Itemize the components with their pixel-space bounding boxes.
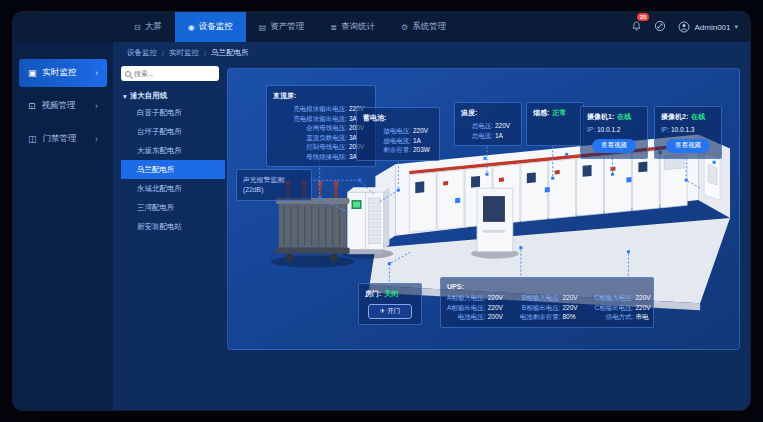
nav-tab-query-stats[interactable]: ≣ 查询统计 [317,12,388,42]
gear-icon: ⚙ [401,23,408,32]
fullscreen-button[interactable] [654,18,666,36]
username: Admin001 [694,23,730,32]
status-badge: 关闭 [384,289,398,299]
front-cabinet [471,188,519,258]
top-navbar: ⊟ 大屏 ◉ 设备监控 ▤ 资产管理 ≣ 查询统计 ⚙ 系统管理 25 [13,12,750,42]
panel-title: 直流屏: [273,91,369,101]
nav-tab-label: 设备监控 [199,21,233,33]
panel-title: UPS: [447,283,647,290]
panel-title: 摄像机2: [661,112,688,122]
panel-title: 房门: [365,289,381,299]
nav-tab-label: 系统管理 [412,21,446,33]
notification-badge: 25 [637,13,649,21]
station-tree-panel: ▾ 浦大自用线 白音子配电所 台坪子配电所 大坂东配电所 乌兰配电所 永城北配电… [113,64,225,410]
nav-tab-label: 查询统计 [341,21,375,33]
sidebar-item-label: 门禁管理 [43,133,77,145]
panel-title: 温度: [461,108,515,118]
open-door-button[interactable]: ✈ 开门 [368,304,412,319]
status-badge: 正常 [552,108,566,118]
asset-icon: ▤ [259,23,267,32]
breadcrumb-separator: / [204,49,206,58]
panel-smoke-sensor: 烟感: 正常 [526,102,584,146]
panel-temperature: 温度: 总电压:220V 总电流:1A [454,102,522,146]
bell-icon [631,21,642,32]
sidebar-item-label: 视频管理 [42,100,76,112]
door-open-icon: ✈ [380,307,385,314]
user-menu[interactable]: Admin001 ▾ [678,21,738,33]
nav-tab-bigscreen[interactable]: ⊟ 大屏 [121,12,175,42]
view-video-button[interactable]: 查看视频 [592,139,636,153]
status-badge: 在线 [617,112,631,122]
panel-camera-2: 摄像机2: 在线 IP:10.0.1.3 查看视频 [654,106,722,159]
panel-sound-light-alarm: 声光报警监测: (22dB) [236,169,312,201]
tree-item-substation-selected[interactable]: 乌兰配电所 [121,160,225,179]
screen-icon: ⊟ [134,23,141,32]
nav-tab-device-monitor[interactable]: ◉ 设备监控 [175,12,246,42]
alarm-value: (22dB) [243,185,305,195]
tree-item-substation[interactable]: 永城北配电所 [121,179,225,198]
tree-group-feeder-line[interactable]: ▾ 浦大自用线 [123,91,219,101]
panel-title: 摄像机1: [587,112,614,122]
avatar [678,21,690,33]
nav-tab-assets[interactable]: ▤ 资产管理 [246,12,318,42]
panel-title: 烟感: [533,108,549,118]
sidebar-item-realtime-monitor[interactable]: ▣ 实时监控 › [19,59,107,87]
breadcrumb-separator: / [162,49,164,58]
chevron-right-icon: › [95,68,98,78]
tree-item-substation[interactable]: 白音子配电所 [121,103,225,122]
chevron-right-icon: › [95,134,98,144]
chevron-right-icon: › [95,101,98,111]
breadcrumb-item[interactable]: 实时监控 [169,48,199,58]
video-icon: ⊡ [28,101,36,111]
nav-tab-label: 大屏 [145,21,162,33]
fullscreen-icon [654,20,666,32]
sidebar-item-video-management[interactable]: ⊡ 视频管理 › [19,92,107,120]
monitor-icon: ◉ [188,23,195,32]
chevron-down-icon: ▾ [734,23,738,31]
panel-ups: UPS: A相输入电压:220V A相输出电压:220V 电池电压:200V B… [440,277,654,328]
sidebar-item-access-control[interactable]: ◫ 门禁管理 › [19,125,107,153]
panel-title: 蓄电池: [363,113,433,123]
view-video-button[interactable]: 查看视频 [666,139,710,153]
panel-door: 房门: 关闭 ✈ 开门 [358,283,422,325]
tree-search[interactable] [121,66,219,81]
status-badge: 在线 [691,112,705,122]
breadcrumb-item[interactable]: 设备监控 [127,48,157,58]
tree-item-substation[interactable]: 台坪子配电所 [121,122,225,141]
substation-3d-content: 直流屏: 充电模块输出电压:220V 充电模块输出电流:3A 合闸母线电压:20… [227,68,740,350]
nav-tab-system[interactable]: ⚙ 系统管理 [388,12,459,42]
tree-item-substation[interactable]: 新安装配电站 [121,217,225,236]
sidebar: ▣ 实时监控 › ⊡ 视频管理 › ◫ 门禁管理 › [13,42,113,410]
monitor-icon: ▣ [28,68,37,78]
stats-icon: ≣ [330,23,337,32]
door-icon: ◫ [28,134,37,144]
nav-tab-label: 资产管理 [270,21,304,33]
tree-group-label: 浦大自用线 [130,91,168,101]
alarm-title: 声光报警监测: [243,175,305,185]
panel-camera-1: 摄像机1: 在线 IP:10.0.1.2 查看视频 [580,106,648,159]
search-icon [125,71,131,77]
breadcrumb: 设备监控 / 实时监控 / 乌兰配电所 [113,42,750,64]
breadcrumb-item: 乌兰配电所 [211,48,249,58]
notifications-button[interactable]: 25 [631,18,642,36]
search-input[interactable] [134,70,215,77]
sidebar-item-label: 实时监控 [43,67,77,79]
app-window: ⊟ 大屏 ◉ 设备监控 ▤ 资产管理 ≣ 查询统计 ⚙ 系统管理 25 [13,12,750,410]
tree-item-substation[interactable]: 三湾配电所 [121,198,225,217]
panel-battery: 蓄电池: 放电电压:220V 放电电流:1A 剩余容量:203W [356,107,440,161]
caret-down-icon: ▾ [123,92,127,101]
tree-item-substation[interactable]: 大坂东配电所 [121,141,225,160]
